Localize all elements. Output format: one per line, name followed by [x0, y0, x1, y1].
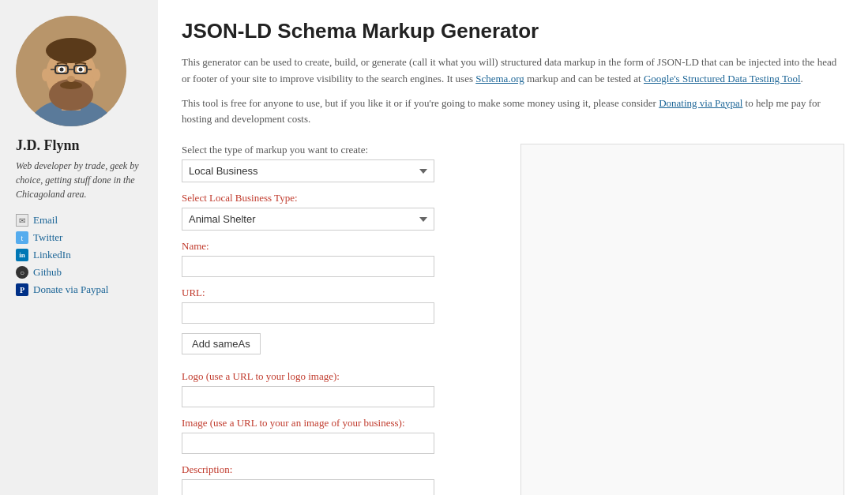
name-group: Name:: [182, 240, 505, 277]
markup-type-group: Select the type of markup you want to cr…: [182, 144, 505, 182]
twitter-icon: t: [16, 231, 28, 244]
linkedin-link[interactable]: LinkedIn: [33, 249, 71, 261]
page-title: JSON-LD Schema Markup Generator: [182, 19, 844, 43]
sidebar-link-email[interactable]: ✉ Email: [16, 214, 108, 227]
email-link[interactable]: Email: [33, 214, 58, 227]
intro-paragraph-1: This generator can be used to create, bu…: [182, 54, 844, 88]
image-input[interactable]: [182, 433, 434, 454]
url-input[interactable]: [182, 302, 434, 324]
markup-type-select-wrapper: Local Business Person Organization Produ…: [182, 159, 434, 182]
business-type-group: Select Local Business Type: Animal Shelt…: [182, 192, 505, 231]
main-content: JSON-LD Schema Markup Generator This gen…: [158, 0, 868, 495]
svg-point-16: [42, 69, 50, 81]
author-photo: [16, 16, 126, 126]
description-group: Description:: [182, 463, 505, 495]
url-label: URL:: [182, 287, 505, 299]
sidebar-link-linkedin[interactable]: in LinkedIn: [16, 249, 108, 261]
name-input[interactable]: [182, 256, 434, 277]
sidebar-link-github[interactable]: ○ Github: [16, 266, 108, 279]
github-icon: ○: [16, 266, 28, 279]
output-section: [520, 144, 845, 495]
sidebar: J.D. Flynn Web developer by trade, geek …: [0, 0, 158, 495]
image-group: Image (use a URL to your an image of you…: [182, 417, 505, 454]
sidebar-links: ✉ Email t Twitter in LinkedIn ○ Github P…: [16, 214, 108, 301]
markup-type-label: Select the type of markup you want to cr…: [182, 144, 505, 156]
business-type-label: Select Local Business Type:: [182, 192, 505, 204]
logo-group: Logo (use a URL to your logo image):: [182, 370, 505, 407]
author-bio: Web developer by trade, geek by choice, …: [16, 159, 145, 201]
schema-org-link[interactable]: Schema.org: [475, 73, 524, 84]
linkedin-icon: in: [16, 249, 28, 261]
svg-point-15: [67, 76, 75, 82]
logo-label: Logo (use a URL to your logo image):: [182, 370, 505, 383]
svg-point-17: [92, 69, 100, 81]
avatar: [16, 16, 126, 126]
url-group: URL:: [182, 287, 505, 324]
github-link[interactable]: Github: [33, 266, 62, 279]
donate-link[interactable]: Donating via Paypal: [659, 97, 742, 109]
image-label: Image (use a URL to your an image of you…: [182, 417, 505, 429]
svg-point-9: [79, 68, 83, 72]
sidebar-link-paypal[interactable]: P Donate via Paypal: [16, 283, 108, 296]
business-type-select[interactable]: Animal Shelter Automotive Business Child…: [182, 208, 434, 231]
sameas-group: Add sameAs: [182, 333, 505, 361]
sidebar-link-twitter[interactable]: t Twitter: [16, 231, 108, 244]
email-icon: ✉: [16, 214, 28, 227]
svg-point-5: [60, 81, 82, 89]
form-and-output: Select the type of markup you want to cr…: [182, 144, 844, 495]
svg-point-18: [46, 38, 96, 63]
google-tool-link[interactable]: Google's Structured Data Testing Tool: [644, 73, 801, 84]
svg-point-8: [60, 68, 64, 72]
description-label: Description:: [182, 463, 505, 476]
paypal-link[interactable]: Donate via Paypal: [33, 283, 108, 296]
logo-input[interactable]: [182, 386, 434, 407]
intro-paragraph-2: This tool is free for anyone to use, but…: [182, 96, 844, 129]
name-label: Name:: [182, 240, 505, 253]
description-textarea[interactable]: [182, 479, 434, 495]
markup-type-select[interactable]: Local Business Person Organization Produ…: [182, 159, 434, 182]
add-sameas-button[interactable]: Add sameAs: [182, 333, 261, 354]
business-type-select-wrapper: Animal Shelter Automotive Business Child…: [182, 208, 434, 231]
twitter-link[interactable]: Twitter: [33, 231, 62, 244]
author-name: J.D. Flynn: [16, 137, 80, 154]
paypal-icon: P: [16, 283, 28, 296]
form-section: Select the type of markup you want to cr…: [182, 144, 505, 495]
